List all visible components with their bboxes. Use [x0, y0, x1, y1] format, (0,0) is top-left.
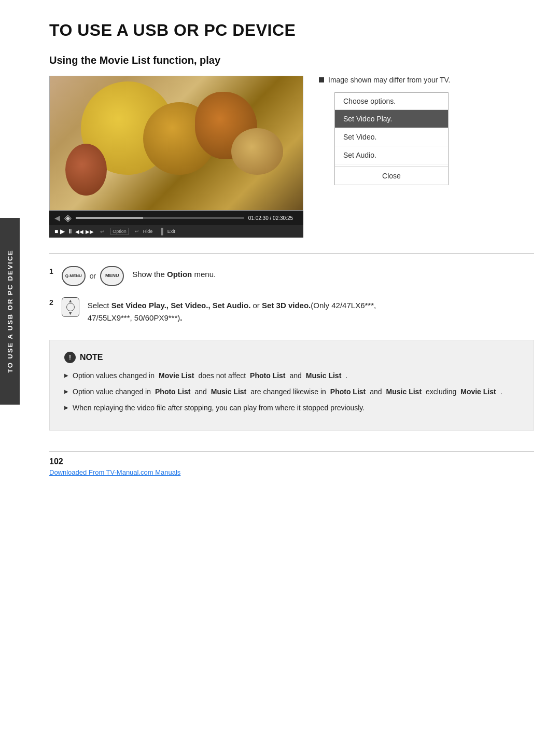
steps-section: 1 Q.MENU or MENU Show the Option menu. 2	[49, 266, 534, 324]
step-2-text: Select Set Video Play., Set Video., Set …	[88, 297, 376, 324]
right-panel: Image shown may differ from your TV. Cho…	[319, 76, 534, 185]
popup-header: Choose options.	[335, 93, 448, 110]
set-video-play-keyword: Set Video Play.,	[111, 301, 169, 310]
stop-button[interactable]: ■	[54, 228, 58, 235]
photo-list-ref-1: Photo List	[250, 370, 285, 381]
popup-item-close[interactable]: Close	[335, 167, 448, 185]
rewind-button[interactable]: ◀◀	[75, 229, 83, 234]
top-section: ◀ ◈ 01:02:30 / 02:30:25 ■ ▶ ⏸ ◀◀ ▶▶ ↩ Op…	[49, 76, 534, 238]
note-icon: !	[64, 352, 76, 363]
repeat-icon: ↩	[100, 229, 104, 234]
page-footer: 102 Downloaded From TV-Manual.com Manual…	[49, 451, 534, 476]
progress-bar	[76, 217, 244, 219]
page-number: 102	[49, 457, 534, 466]
play-button[interactable]: ▶	[60, 228, 65, 235]
nav-up-arrow: ▲	[68, 298, 73, 303]
nav-button[interactable]: ▲ ▼	[62, 297, 79, 317]
fruit-decoration-4	[231, 128, 283, 175]
note-title-text: NOTE	[80, 353, 103, 362]
music-list-ref-2: Music List	[211, 386, 246, 397]
music-list-ref-1: Music List	[306, 370, 341, 381]
control-button-row: ■ ▶ ⏸ ◀◀ ▶▶ ↩ Option ↩ Hide ▐ Exit	[49, 225, 303, 238]
photo-list-ref-2: Photo List	[155, 386, 190, 397]
progress-bar-row: ◀ ◈ 01:02:30 / 02:30:25	[49, 211, 303, 225]
step-1: 1 Q.MENU or MENU Show the Option menu.	[49, 266, 534, 286]
section-heading: Using the Movie List function, play	[49, 54, 534, 66]
note-title: ! NOTE	[64, 352, 519, 363]
or-label: or	[90, 272, 96, 280]
popup-item-set-audio[interactable]: Set Audio.	[335, 146, 448, 164]
set-3d-keyword: Set 3D video.	[262, 301, 311, 310]
movie-list-ref-2: Movie List	[460, 386, 496, 397]
exit-label[interactable]: Exit	[167, 229, 175, 234]
tv-screenshot: ◀ ◈ 01:02:30 / 02:30:25 ■ ▶ ⏸ ◀◀ ▶▶ ↩ Op…	[49, 76, 303, 238]
nav-center	[66, 303, 75, 311]
note-item-1: Option values changed in Movie List does…	[64, 370, 519, 381]
set-video-keyword: Set Video., Set Audio.	[171, 301, 250, 310]
popup-item-set-video-play[interactable]: Set Video Play.	[335, 110, 448, 128]
nav-down-arrow: ▼	[68, 311, 73, 316]
popup-item-set-video[interactable]: Set Video.	[335, 128, 448, 146]
speaker-icon: ◈	[64, 212, 72, 224]
image-note-text: Image shown may differ from your TV.	[328, 76, 451, 84]
footer-link[interactable]: Downloaded From TV-Manual.com Manuals	[49, 468, 534, 476]
tv-image	[49, 76, 303, 211]
hide-label[interactable]: Hide	[143, 229, 153, 234]
image-note: Image shown may differ from your TV.	[319, 76, 451, 84]
menu-label: MENU	[105, 273, 119, 279]
side-tab-label: TO USE A USB OR PC DEVICE	[6, 250, 14, 373]
qmenu-button[interactable]: Q.MENU	[62, 266, 86, 286]
side-tab: TO USE A USB OR PC DEVICE	[0, 218, 20, 405]
period: .	[180, 313, 182, 322]
step-2-icon: ▲ ▼	[62, 297, 79, 317]
time-display: 01:02:30 / 02:30:25	[248, 215, 293, 221]
option-label[interactable]: Option	[110, 228, 129, 235]
pause-button[interactable]: ⏸	[67, 228, 73, 235]
rewind-icon: ◀	[54, 214, 60, 222]
option-keyword: Option	[167, 270, 192, 279]
fruit-decoration-5	[65, 144, 107, 196]
progress-fill	[76, 217, 143, 219]
step-2-number: 2	[49, 298, 53, 307]
page-title: TO USE A USB OR PC DEVICE	[49, 21, 534, 40]
fastforward-button[interactable]: ▶▶	[86, 229, 94, 234]
music-list-ref-3: Music List	[386, 386, 422, 397]
movie-list-ref-1: Movie List	[159, 370, 194, 381]
play-controls: ■ ▶ ⏸ ◀◀ ▶▶	[54, 228, 94, 235]
note-list: Option values changed in Movie List does…	[64, 370, 519, 413]
note-box: ! NOTE Option values changed in Movie Li…	[49, 340, 534, 431]
hide-icon: ↩	[135, 229, 139, 234]
bullet-icon	[319, 77, 324, 82]
section-divider	[49, 253, 534, 254]
photo-list-ref-3: Photo List	[330, 386, 366, 397]
menu-button[interactable]: MENU	[100, 266, 124, 286]
qmenu-label: Q.MENU	[65, 274, 82, 279]
step-1-number: 1	[49, 267, 53, 275]
step-2: 2 ▲ ▼ Select Set Video Play., Set Video.…	[49, 297, 534, 324]
note-item-3: When replaying the video file after stop…	[64, 403, 519, 413]
nav-inner-container: ▲ ▼	[62, 297, 79, 317]
note-item-2: Option value changed in Photo List and M…	[64, 386, 519, 397]
step-1-icon: Q.MENU or MENU	[62, 266, 124, 286]
popup-container: Choose options. Set Video Play. Set Vide…	[319, 92, 449, 185]
step-1-text: Show the Option menu.	[132, 266, 216, 281]
exit-icon: ▐	[159, 228, 163, 235]
options-popup: Choose options. Set Video Play. Set Vide…	[334, 92, 449, 185]
